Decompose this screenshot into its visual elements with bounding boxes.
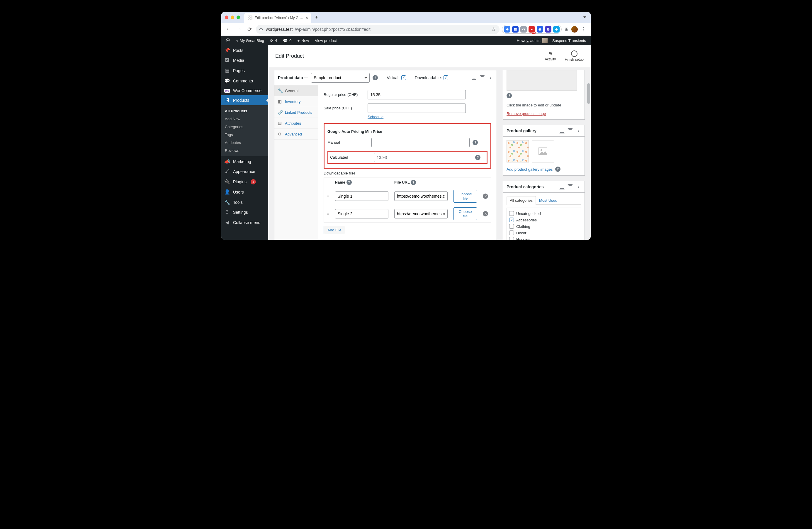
manual-price-input[interactable] bbox=[372, 138, 469, 147]
submenu-tags[interactable]: Tags bbox=[221, 131, 268, 139]
panel-up-icon[interactable] bbox=[472, 75, 477, 80]
category-checkbox[interactable] bbox=[509, 230, 514, 235]
schedule-link[interactable]: Schedule bbox=[367, 115, 383, 119]
menu-tools[interactable]: 🔧Tools bbox=[221, 197, 268, 207]
menu-media[interactable]: 🖾Media bbox=[221, 55, 268, 66]
help-icon[interactable]: ? bbox=[347, 180, 352, 185]
menu-plugins[interactable]: 🔌Plugins4 bbox=[221, 176, 268, 187]
menu-woocommerce[interactable]: woWooCommerce bbox=[221, 86, 268, 95]
category-item[interactable]: Clothing bbox=[509, 223, 578, 230]
submenu-reviews[interactable]: Reviews bbox=[221, 147, 268, 155]
updates-link[interactable]: ⟳4 bbox=[267, 36, 279, 45]
menu-pages[interactable]: ▤Pages bbox=[221, 66, 268, 76]
menu-users[interactable]: 👤Users bbox=[221, 187, 268, 197]
extensions-puzzle-icon[interactable]: ⊞ bbox=[563, 26, 569, 32]
delete-row-icon[interactable]: ✕ bbox=[483, 194, 488, 199]
file-name-input[interactable] bbox=[335, 191, 389, 201]
tab-general[interactable]: 🔧General bbox=[274, 85, 318, 96]
extension-icon[interactable]: ◆ bbox=[504, 26, 510, 32]
remove-product-image-link[interactable]: Remove product image bbox=[507, 111, 546, 116]
nav-reload-icon[interactable]: ⟳ bbox=[245, 25, 253, 33]
file-url-input[interactable] bbox=[394, 209, 448, 218]
window-max-dot[interactable] bbox=[236, 16, 240, 19]
nav-back-icon[interactable]: ← bbox=[224, 25, 232, 33]
category-tab-all[interactable]: All categories bbox=[507, 196, 536, 205]
scrollbar-thumb[interactable] bbox=[587, 83, 590, 104]
help-icon[interactable]: ? bbox=[473, 140, 478, 145]
panel-toggle-icon[interactable]: ▴ bbox=[576, 128, 581, 133]
category-checkbox[interactable] bbox=[509, 237, 514, 240]
finish-setup-button[interactable]: Finish setup bbox=[565, 51, 584, 61]
extension-icon[interactable]: ▦ bbox=[512, 26, 519, 32]
category-checkbox[interactable] bbox=[509, 211, 514, 216]
virtual-checkbox[interactable] bbox=[401, 75, 406, 80]
panel-down-icon[interactable] bbox=[480, 75, 485, 80]
tab-inventory[interactable]: ◧Inventory bbox=[274, 96, 318, 107]
menu-products[interactable]: 🗄Products bbox=[221, 95, 268, 105]
window-close-dot[interactable] bbox=[225, 16, 228, 19]
gallery-thumbnail-placeholder[interactable] bbox=[532, 140, 554, 162]
menu-posts[interactable]: 📌Posts bbox=[221, 45, 268, 55]
menu-comments[interactable]: 💬Comments bbox=[221, 76, 268, 86]
tab-attributes[interactable]: ▤Attributes bbox=[274, 118, 318, 129]
panel-down-icon[interactable] bbox=[567, 128, 573, 133]
category-item[interactable]: Uncategorized bbox=[509, 210, 578, 217]
new-tab-button[interactable]: + bbox=[311, 14, 322, 20]
file-name-input[interactable] bbox=[335, 209, 389, 218]
browser-tab[interactable]: Edit product "Album" ‹ My Gr… × bbox=[244, 13, 311, 23]
drag-handle-icon[interactable]: ≡ bbox=[327, 194, 329, 199]
panel-up-icon[interactable] bbox=[559, 128, 565, 133]
view-product-link[interactable]: View product bbox=[313, 36, 339, 45]
product-image-preview[interactable] bbox=[507, 70, 577, 90]
tab-overflow-icon[interactable] bbox=[581, 13, 589, 22]
site-info-icon[interactable] bbox=[259, 28, 263, 30]
menu-settings[interactable]: 🎚Settings bbox=[221, 207, 268, 217]
menu-collapse[interactable]: ◀Collapse menu bbox=[221, 217, 268, 228]
submenu-attributes[interactable]: Attributes bbox=[221, 139, 268, 147]
suspend-transients-link[interactable]: Suspend Transients bbox=[550, 36, 588, 45]
panel-toggle-icon[interactable]: ▴ bbox=[488, 75, 493, 80]
file-url-input[interactable] bbox=[394, 191, 448, 201]
tab-linked-products[interactable]: 🔗Linked Products bbox=[274, 107, 318, 118]
submenu-categories[interactable]: Categories bbox=[221, 123, 268, 131]
tab-advanced[interactable]: ⚙Advanced bbox=[274, 129, 318, 140]
comments-link[interactable]: 💬0 bbox=[280, 36, 294, 45]
category-checkbox[interactable] bbox=[509, 224, 514, 229]
add-file-button[interactable]: Add File bbox=[324, 226, 345, 234]
help-icon[interactable]: ? bbox=[411, 180, 416, 185]
extension-icon[interactable]: ◍ bbox=[545, 26, 551, 32]
extension-icon[interactable]: {} bbox=[520, 26, 527, 32]
downloadable-checkbox[interactable] bbox=[444, 75, 448, 80]
howdy-user[interactable]: Howdy, admin bbox=[514, 36, 550, 45]
category-tab-most-used[interactable]: Most Used bbox=[536, 196, 561, 204]
product-type-select[interactable]: Simple product bbox=[311, 73, 369, 83]
sale-price-input[interactable] bbox=[367, 103, 466, 113]
add-gallery-images-link[interactable]: Add product gallery images bbox=[507, 167, 553, 172]
tab-close-icon[interactable]: × bbox=[305, 16, 308, 20]
regular-price-input[interactable] bbox=[367, 90, 466, 99]
panel-up-icon[interactable] bbox=[559, 184, 565, 189]
menu-appearance[interactable]: 🖌Appearance bbox=[221, 167, 268, 176]
choose-file-button[interactable]: Choose file bbox=[453, 207, 477, 220]
wp-logo-icon[interactable]: ⓦ bbox=[224, 36, 232, 45]
category-item[interactable]: Accessories bbox=[509, 217, 578, 223]
new-content-link[interactable]: +New bbox=[295, 36, 311, 45]
panel-down-icon[interactable] bbox=[567, 184, 573, 189]
help-icon[interactable]: ? bbox=[555, 167, 561, 172]
gallery-thumbnail[interactable] bbox=[507, 140, 529, 162]
category-item[interactable]: Hoodies bbox=[509, 236, 578, 240]
window-min-dot[interactable] bbox=[231, 16, 234, 19]
bookmark-star-icon[interactable]: ☆ bbox=[491, 26, 496, 32]
help-icon[interactable]: ? bbox=[373, 75, 378, 80]
profile-avatar-icon[interactable] bbox=[571, 26, 578, 32]
choose-file-button[interactable]: Choose file bbox=[453, 190, 477, 203]
extension-icon[interactable]: ◉ bbox=[537, 26, 543, 32]
extension-icon[interactable]: ◈ bbox=[553, 26, 560, 32]
drag-handle-icon[interactable]: ≡ bbox=[327, 212, 329, 216]
help-icon[interactable]: ? bbox=[475, 155, 480, 160]
help-icon[interactable]: ? bbox=[507, 93, 512, 98]
panel-toggle-icon[interactable]: ▴ bbox=[576, 184, 581, 189]
delete-row-icon[interactable]: ✕ bbox=[483, 211, 488, 216]
category-item[interactable]: Decor bbox=[509, 230, 578, 236]
extension-icon[interactable]: ●off bbox=[528, 26, 535, 32]
